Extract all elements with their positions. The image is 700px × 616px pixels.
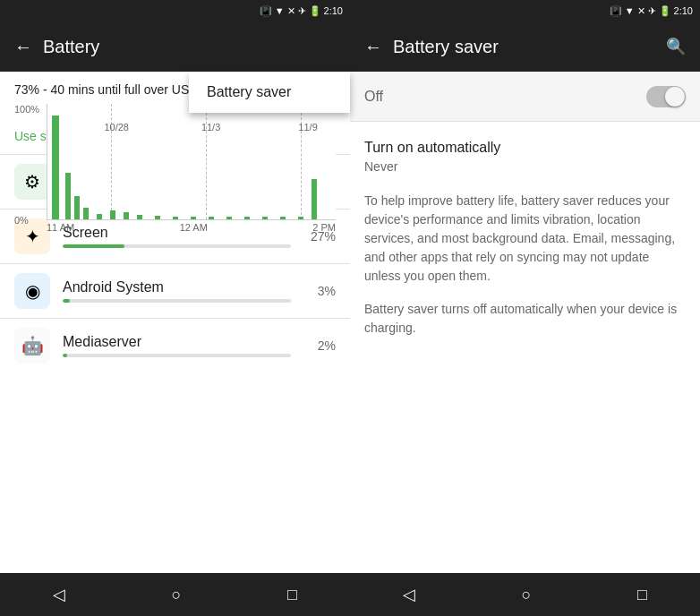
search-button[interactable]: 🔍 — [666, 37, 686, 56]
chart-bar — [65, 173, 71, 219]
app-name: Android System — [63, 279, 291, 295]
app-bar-fill — [63, 354, 67, 357]
r-home-nav-button[interactable]: ○ — [500, 578, 553, 612]
app-percent: 2% — [303, 338, 336, 353]
chart-bar — [173, 217, 178, 219]
x-label-2pm: 2 PM — [312, 222, 336, 233]
dropdown-popup: Battery saver — [189, 72, 350, 113]
chart-bar — [155, 216, 160, 219]
right-status-icons: 📳 ▼ ✕ ✈ 🔋 2:10 — [610, 5, 693, 17]
x-label-11am: 11 AM — [47, 222, 74, 233]
left-nav-bar: ◁ ○ □ — [0, 573, 350, 616]
battery-icon: 🔋 — [309, 5, 321, 17]
r-airplane-icon: ✈ — [648, 5, 656, 17]
r-toolbar-title: Battery saver — [393, 37, 655, 57]
right-status-bar: 📳 ▼ ✕ ✈ 🔋 2:10 — [350, 0, 700, 21]
battery-content: 73% - 40 mins until full over USB 100% 0… — [0, 72, 350, 573]
r-wifi-icon: ▼ — [625, 5, 635, 16]
app-icon-char: 🤖 — [21, 335, 44, 356]
back-button[interactable]: ← — [14, 37, 32, 57]
chart-bar — [110, 210, 115, 219]
chart-bar — [298, 217, 303, 219]
left-toolbar: ← Battery Battery saver — [0, 21, 350, 72]
chart-bar — [124, 212, 129, 219]
saver-description-2: Battery saver turns off automatically wh… — [364, 300, 686, 338]
saver-description-1: To help improve battery life, battery sa… — [364, 192, 686, 286]
r-back-button[interactable]: ← — [364, 37, 382, 57]
grid-line-3 — [301, 104, 302, 219]
app-bar-container — [63, 299, 291, 303]
app-name: Mediaserver — [63, 334, 291, 350]
r-time-display: 2:10 — [674, 5, 693, 16]
battery-saver-menu-item[interactable]: Battery saver — [189, 72, 350, 113]
recent-nav-button[interactable]: □ — [266, 578, 319, 612]
app-info: Mediaserver — [63, 334, 291, 357]
chart-bar — [97, 214, 102, 219]
time-display: 2:10 — [324, 5, 343, 16]
list-item[interactable]: 🤖 Mediaserver 2% — [0, 318, 350, 372]
chart-y-labels: 100% 0% — [14, 104, 39, 226]
airplane-icon: ✈ — [298, 5, 306, 17]
list-item[interactable]: ◉ Android System 3% — [0, 263, 350, 318]
app-icon: 🤖 — [14, 328, 50, 364]
right-nav-bar: ◁ ○ □ — [350, 573, 700, 616]
app-percent: 3% — [303, 284, 336, 298]
r-signal-icon: ✕ — [637, 5, 645, 17]
chart-bar — [244, 217, 250, 219]
chart-bar — [191, 217, 196, 219]
chart-bar — [280, 217, 286, 219]
app-info: Android System — [63, 279, 291, 303]
toggle-knob — [665, 87, 685, 107]
app-bar-fill — [63, 299, 70, 303]
grid-line-1 — [111, 104, 112, 219]
home-nav-button[interactable]: ○ — [150, 578, 203, 612]
r-recent-nav-button[interactable]: □ — [616, 578, 669, 612]
wifi-icon: ▼ — [275, 5, 285, 16]
off-row: Off — [350, 72, 700, 122]
chart-bar — [83, 208, 89, 219]
left-status-bar: 📳 ▼ ✕ ✈ 🔋 2:10 — [0, 0, 350, 21]
off-label: Off — [364, 89, 383, 105]
chart-canvas — [47, 104, 336, 220]
y-label-100: 100% — [14, 104, 39, 115]
chart-bar — [137, 215, 142, 219]
battery-chart: 100% 0% 11 AM 12 AM 2 PM — [0, 104, 350, 247]
y-label-0: 0% — [14, 215, 39, 226]
turn-on-sub: Never — [364, 159, 686, 174]
r-back-nav-button[interactable]: ◁ — [381, 578, 437, 612]
app-icon: ◉ — [14, 273, 50, 309]
turn-on-title: Turn on automatically — [364, 140, 686, 156]
chart-bar — [209, 217, 214, 219]
grid-line-2 — [206, 104, 207, 219]
battery-saver-toggle[interactable] — [646, 86, 686, 107]
back-nav-button[interactable]: ◁ — [31, 578, 87, 612]
r-battery-icon: 🔋 — [659, 5, 671, 17]
chart-bar — [262, 217, 268, 219]
chart-x-labels: 11 AM 12 AM 2 PM — [47, 220, 336, 233]
chart-bar — [74, 196, 80, 219]
x-label-12am: 12 AM — [180, 222, 208, 233]
r-vibrate-icon: 📳 — [610, 5, 622, 17]
chart-bar — [52, 116, 59, 219]
right-toolbar: ← Battery saver 🔍 — [350, 21, 700, 72]
saver-content: Turn on automatically Never To help impr… — [350, 122, 700, 573]
left-panel: 📳 ▼ ✕ ✈ 🔋 2:10 ← Battery Battery saver 7… — [0, 0, 350, 616]
app-icon-char: ◉ — [25, 280, 40, 302]
right-panel: 📳 ▼ ✕ ✈ 🔋 2:10 ← Battery saver 🔍 Off Tur… — [350, 0, 700, 616]
vibrate-icon: 📳 — [260, 5, 272, 17]
toolbar-title: Battery — [43, 37, 336, 57]
chart-bar — [226, 217, 232, 219]
chart-bar — [312, 179, 317, 219]
status-icons: 📳 ▼ ✕ ✈ 🔋 2:10 — [260, 5, 343, 17]
app-bar-container — [63, 354, 291, 357]
signal-icon: ✕ — [287, 5, 295, 17]
